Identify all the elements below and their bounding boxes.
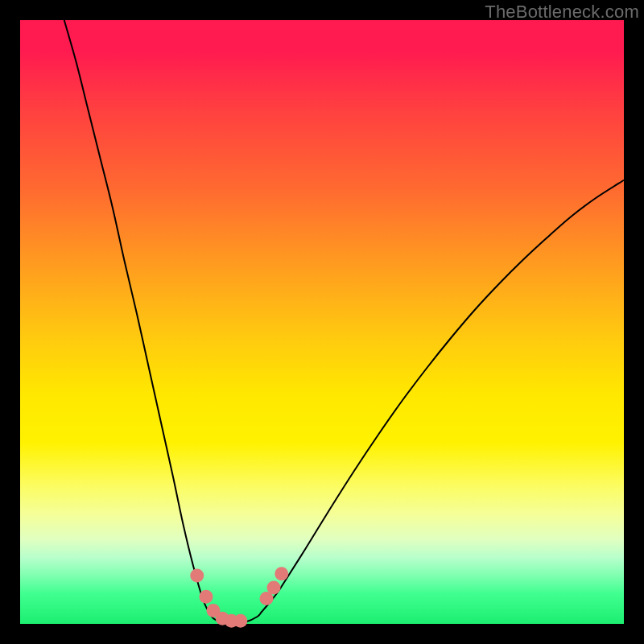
curve-marker xyxy=(267,581,281,595)
curve-marker xyxy=(233,614,247,628)
curve-plot xyxy=(20,20,624,624)
curve-marker xyxy=(275,567,288,580)
curve-left-arm xyxy=(64,20,233,624)
watermark-text: TheBottleneck.com xyxy=(485,2,639,23)
curve-right-arm xyxy=(233,180,624,624)
curve-marker xyxy=(200,590,213,604)
curve-marker xyxy=(190,569,204,583)
